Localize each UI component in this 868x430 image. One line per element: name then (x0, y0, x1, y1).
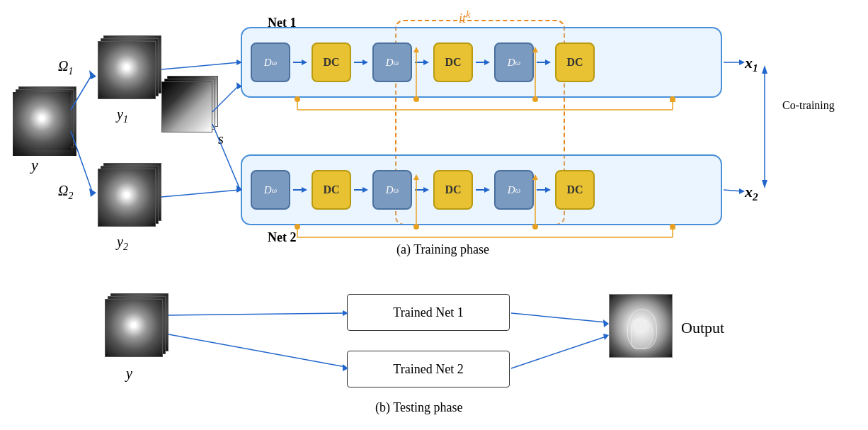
dc-block-2-3: DC (555, 170, 595, 210)
output-label: Output (681, 319, 724, 337)
svg-marker-7 (484, 60, 490, 65)
dc-block-2-2: DC (433, 170, 473, 210)
net2-label: Net 2 (268, 230, 296, 245)
phase-a-label: (a) Training phase (396, 242, 489, 257)
phase-b-label: (b) Testing phase (375, 400, 462, 415)
svg-line-34 (724, 190, 742, 191)
input-y-image (13, 92, 76, 156)
svg-marker-3 (362, 60, 368, 65)
svg-marker-68 (603, 319, 609, 327)
dc-block-1-1: DC (312, 43, 351, 82)
svg-marker-21 (89, 70, 96, 79)
svg-marker-13 (362, 187, 368, 193)
svg-marker-70 (603, 334, 609, 340)
svg-line-65 (169, 334, 346, 367)
svg-marker-37 (762, 65, 767, 74)
svg-line-69 (511, 336, 606, 368)
svg-marker-1 (302, 60, 307, 65)
svg-marker-5 (423, 60, 429, 65)
s-label: s (218, 131, 224, 147)
y1-label: y1 (117, 106, 128, 125)
svg-marker-11 (302, 187, 307, 193)
x1-output-label: x1 (745, 54, 758, 74)
svg-line-67 (511, 313, 606, 322)
dc-block-1-3: DC (555, 43, 595, 82)
omega2-label: Ω2 (58, 183, 73, 202)
net1-label: Net 1 (268, 16, 296, 30)
co-training-label: Co-training (782, 99, 835, 112)
trained-net2-box: Trained Net 2 (347, 351, 510, 387)
mri-output-image (609, 294, 673, 358)
svg-line-30 (161, 190, 239, 197)
svg-marker-23 (89, 188, 96, 197)
test-y-label: y (126, 366, 132, 382)
svg-marker-35 (739, 188, 745, 194)
svg-marker-19 (545, 187, 551, 193)
d-omega-block-2-3: Dω (494, 170, 534, 210)
trained-net1-box: Trained Net 1 (347, 294, 510, 331)
svg-marker-17 (484, 187, 490, 193)
d-omega-block-2-1: Dω (251, 170, 290, 210)
d-omega-block-2-2: Dω (372, 170, 412, 210)
svg-line-63 (169, 313, 346, 315)
d-omega-block-1-3: Dω (494, 43, 534, 82)
svg-line-28 (212, 124, 239, 188)
x2-output-label: x2 (745, 183, 758, 203)
trained-net1-label: Trained Net 1 (393, 305, 463, 320)
svg-line-24 (161, 62, 239, 69)
dc-block-2-1: DC (312, 170, 351, 210)
diagram-container: y Ω1 y1 s Ω2 y (0, 0, 868, 430)
testing-phase: y Trained Net 1 Trained Net 2 Output (b)… (0, 283, 868, 430)
svg-marker-9 (545, 60, 551, 65)
omega1-label: Ω1 (58, 58, 73, 77)
itk-label: itk (459, 9, 471, 26)
dc-block-1-2: DC (433, 43, 473, 82)
net2-box: Dω DC Dω DC Dω DC (241, 154, 722, 225)
svg-marker-15 (423, 187, 429, 193)
training-phase: y Ω1 y1 s Ω2 y (0, 7, 868, 269)
svg-marker-33 (739, 60, 745, 65)
svg-marker-38 (762, 180, 767, 188)
net1-box: Dω DC Dω DC (241, 27, 722, 98)
y2-label: y2 (117, 234, 128, 253)
y-label: y (31, 156, 38, 174)
trained-net2-label: Trained Net 2 (393, 362, 463, 377)
d-omega-block-1-2: Dω (372, 43, 412, 82)
d-omega-block-1-1: Dω (251, 43, 290, 82)
